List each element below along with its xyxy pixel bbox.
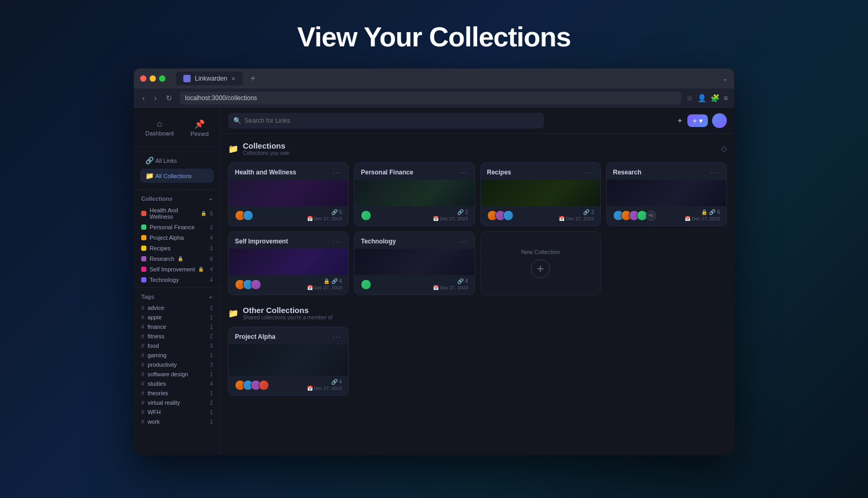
- link-icon: 🔗: [331, 209, 338, 215]
- collection-dot-research: [141, 256, 146, 261]
- tab-close-icon[interactable]: ✕: [231, 76, 235, 82]
- card-menu-finance[interactable]: ···: [459, 168, 468, 177]
- sidebar-tag-fitness[interactable]: # fitness 2: [138, 331, 216, 341]
- date-text-health: Dec 27, 2023: [314, 216, 342, 221]
- card-header-si: Self Improvement ···: [229, 232, 348, 249]
- extensions-icon[interactable]: 🧩: [711, 94, 719, 102]
- sidebar-tag-theories[interactable]: # theories 1: [138, 388, 216, 398]
- sidebar-tag-virtualreality[interactable]: # virtual reality 2: [138, 398, 216, 407]
- tag-count-apple: 1: [210, 315, 213, 320]
- sidebar-tag-advice[interactable]: # advice 2: [138, 303, 216, 313]
- sidebar-item-allcollections[interactable]: 📁 All Collections: [140, 169, 214, 183]
- sidebar-collection-research[interactable]: Research 🔒 6: [138, 253, 216, 264]
- link-icon: 🔗: [457, 209, 463, 215]
- collection-card-selfimprovement[interactable]: Self Improvement ···: [228, 231, 349, 295]
- other-section-title-group: Other Collections Shared collections you…: [243, 306, 332, 320]
- tags-header[interactable]: Tags ⌄: [138, 290, 216, 303]
- card-menu-research[interactable]: ···: [711, 168, 720, 177]
- card-title-pa: Project Alpha: [235, 333, 275, 340]
- back-button[interactable]: ‹: [140, 93, 147, 103]
- sidebar-collection-projectalpha[interactable]: Project Alpha 4: [138, 232, 216, 243]
- link-count-recipes: 3: [591, 209, 594, 215]
- card-links-health: 🔗 5: [331, 209, 342, 215]
- card-meta-finance: 🔗 2 📅 Dec 27, 2023: [433, 209, 468, 221]
- alllinks-icon: 🔗: [145, 157, 154, 164]
- tag-label-fitness: fitness: [147, 333, 164, 339]
- card-menu-tech[interactable]: ···: [459, 237, 468, 246]
- collections-section-header: 📁 Collections Collections you own ◇: [228, 141, 727, 156]
- forward-button[interactable]: ›: [152, 93, 159, 103]
- sidebar-item-dashboard[interactable]: ⌂ Dashboard: [140, 116, 179, 140]
- profile-icon[interactable]: 👤: [697, 94, 706, 102]
- collection-dot-health: [141, 211, 146, 216]
- sidebar-tag-gaming[interactable]: # gaming 1: [138, 350, 216, 360]
- sidebar-tag-softwaredesign[interactable]: # software design 1: [138, 369, 216, 379]
- collections-header[interactable]: Collections ⌄: [138, 192, 216, 205]
- collection-card-projectalpha[interactable]: Project Alpha ···: [228, 327, 349, 396]
- card-menu-recipes[interactable]: ···: [585, 168, 594, 177]
- sidebar-tag-finance[interactable]: # finance 1: [138, 322, 216, 331]
- collections-title: Collections: [243, 141, 290, 150]
- sidebar-collection-health[interactable]: Health And Wellness 🔒 6: [138, 205, 216, 222]
- user-avatar[interactable]: [712, 113, 727, 128]
- sort-icon[interactable]: ◇: [721, 144, 727, 153]
- sidebar-collection-recipes[interactable]: Recipes 3: [138, 243, 216, 253]
- cal-icon: 📅: [307, 285, 313, 290]
- bookmark-icon[interactable]: ☆: [686, 94, 693, 102]
- card-menu-si[interactable]: ···: [333, 237, 342, 246]
- card-image-finance: [354, 180, 474, 206]
- card-meta-tech: 🔗 4 📅 Dec 27, 2023: [433, 278, 468, 290]
- card-header-pa: Project Alpha ···: [229, 327, 348, 344]
- sidebar-item-alllinks[interactable]: 🔗 All Links: [140, 153, 214, 168]
- collection-card-research[interactable]: Research ··· +1: [606, 162, 727, 226]
- hash-icon: #: [141, 324, 144, 330]
- refresh-button[interactable]: ↻: [164, 93, 174, 103]
- add-button[interactable]: + ▾: [687, 114, 708, 127]
- card-avatars-research: +1: [613, 210, 656, 221]
- collection-dot-technology: [141, 277, 146, 282]
- card-title-recipes: Recipes: [487, 169, 511, 176]
- sidebar-item-pinned[interactable]: 📌 Pinned: [185, 116, 214, 140]
- address-bar[interactable]: [180, 92, 680, 104]
- collection-label-projectalpha: Project Alpha: [150, 235, 184, 241]
- sidebar-tag-work[interactable]: # work 1: [138, 417, 216, 426]
- card-avatars-health: [235, 210, 253, 221]
- card-image-si: [229, 249, 348, 275]
- sidebar-alllinks-label: All Links: [155, 158, 177, 164]
- tag-count-productivity: 3: [210, 362, 213, 368]
- sidebar-tag-productivity[interactable]: # productivity 3: [138, 360, 216, 369]
- minimize-button[interactable]: [150, 75, 156, 82]
- sidebar-tag-studies[interactable]: # studies 4: [138, 379, 216, 388]
- sidebar-tag-wfh[interactable]: # WFH 1: [138, 407, 216, 417]
- card-avatars-recipes: [487, 210, 514, 221]
- close-button[interactable]: [140, 75, 146, 82]
- browser-tab[interactable]: Linkwarden ✕: [176, 72, 243, 85]
- sidebar-collection-technology[interactable]: Technology 4: [138, 275, 216, 285]
- collection-card-finance[interactable]: Personal Finance ··· 🔗 2: [354, 162, 475, 226]
- collections-subtitle: Collections you own: [243, 150, 290, 156]
- collection-card-technology[interactable]: Technology ··· 🔗 4: [354, 231, 475, 295]
- collection-card-recipes[interactable]: Recipes ··· 🔗: [480, 162, 601, 226]
- maximize-button[interactable]: [159, 75, 165, 82]
- star-icon[interactable]: ✦: [677, 116, 683, 125]
- tab-arrow-icon[interactable]: ⌄: [723, 75, 728, 82]
- menu-icon[interactable]: ≡: [724, 94, 728, 102]
- new-tab-button[interactable]: +: [250, 74, 255, 83]
- sidebar-collection-finance[interactable]: Personal Finance 2: [138, 222, 216, 232]
- card-title-research: Research: [613, 169, 642, 176]
- search-input[interactable]: [244, 117, 539, 124]
- link-count-pa: 4: [339, 379, 342, 385]
- link-count-health: 5: [339, 209, 342, 215]
- sidebar-tag-apple[interactable]: # apple 1: [138, 313, 216, 322]
- card-menu-health[interactable]: ···: [333, 168, 342, 177]
- sidebar-dashboard-label: Dashboard: [145, 130, 174, 136]
- card-date-pa: 📅 Dec 27, 2023: [307, 386, 342, 391]
- card-menu-pa[interactable]: ···: [333, 333, 342, 341]
- tag-label-gaming: gaming: [147, 352, 166, 358]
- new-collection-card[interactable]: New Collection +: [480, 231, 601, 295]
- sidebar-tag-food[interactable]: # food 3: [138, 341, 216, 350]
- sidebar-collection-selfimprovement[interactable]: Self Improvement 🔒 4: [138, 264, 216, 275]
- card-meta-pa: 🔗 4 📅 Dec 27, 2023: [307, 379, 342, 391]
- collection-dot-recipes: [141, 246, 146, 251]
- collection-card-health[interactable]: Health and Wellness ··· 🔗: [228, 162, 349, 226]
